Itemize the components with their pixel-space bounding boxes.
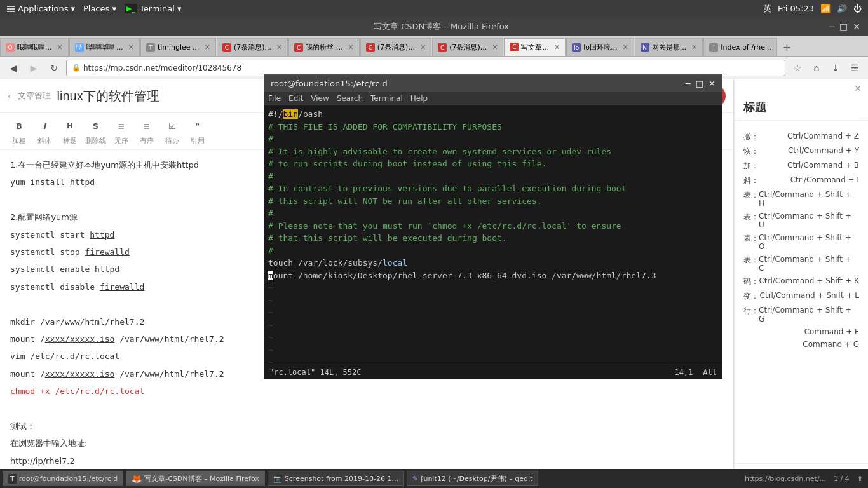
terminal-minimize[interactable]: ─	[686, 79, 691, 88]
terminal-position: 14,1 All	[674, 368, 717, 377]
tab-4[interactable]: C 我的粉丝-... ✕	[288, 38, 360, 56]
shortcut-align-action: 变：	[743, 291, 759, 302]
shortcut-code-key: Ctrl/Command + Shift + C	[759, 255, 859, 273]
taskbar-terminal[interactable]: T root@foundation15:/etc/rc.d	[3, 471, 123, 486]
address-bar[interactable]: 🔒 https://mp.csdn.net/mdeditor/102845678	[66, 60, 785, 76]
terminal-tilde-5: ~	[268, 331, 718, 344]
tab-favicon-0: O	[6, 43, 15, 52]
terminal-tilde-1: ~	[268, 281, 718, 294]
apps-menu[interactable]: Applications ▾	[6, 4, 75, 13]
terminal-menu-file[interactable]: File	[268, 94, 281, 103]
minimize-button[interactable]: ─	[829, 22, 834, 32]
shortcut-undo: 撤： Ctrl/Command + Z	[743, 132, 859, 142]
taskbar-firefox[interactable]: 🦊 写文章-CSDN博客 – Mozilla Firefox	[126, 471, 265, 486]
tab-2[interactable]: T timinglee ... ✕	[140, 38, 216, 56]
tab-8[interactable]: lo lo回环境... ✕	[566, 38, 634, 56]
volume-icon[interactable]: 🔊	[837, 4, 847, 13]
new-tab-button[interactable]: +	[778, 38, 796, 56]
toolbar-strikethrough[interactable]: S 删除线	[84, 116, 107, 147]
shortcut-align-key: Ctrl/Command + Shift + L	[760, 291, 859, 302]
wifi-icon[interactable]: 📶	[820, 4, 831, 13]
ssl-lock-icon: 🔒	[72, 64, 81, 72]
tab-1[interactable]: 哔 哔哩哔哩 ... ✕	[69, 38, 140, 56]
lang-indicator[interactable]: 英	[763, 3, 771, 15]
content-line-17: http://ip/rhel7.2	[10, 454, 723, 468]
bookmarks-button[interactable]: ☆	[789, 60, 806, 76]
taskbar-gedit[interactable]: ✎ [unit12 (~/Desktop/尹伟) – gedit	[407, 471, 539, 486]
shortcut-todo: 行： Ctrl/Command + Shift + G	[743, 306, 859, 323]
tab-close-0[interactable]: ✕	[57, 43, 63, 51]
tab-5[interactable]: C (7条消息)... ✕	[360, 38, 431, 56]
shortcut-todo-action: 行：	[743, 306, 759, 323]
taskbar-firefox-icon: 🦊	[132, 474, 142, 484]
terminal-controls: ─ □ ✕	[686, 79, 715, 88]
shortcut-link-key: Ctrl/Command + Shift + K	[759, 276, 859, 287]
shortcut-ul-key: Ctrl/Command + Shift + U	[759, 212, 859, 229]
toolbar-ordered[interactable]: ≡ 有序	[135, 116, 158, 147]
terminal-titlebar: root@foundation15:/etc/rc.d ─ □ ✕	[264, 75, 722, 92]
tab-close-4[interactable]: ✕	[348, 43, 354, 51]
tab-close-9[interactable]: ✕	[691, 43, 697, 51]
close-button[interactable]: ✕	[853, 22, 860, 32]
tab-close-1[interactable]: ✕	[128, 43, 134, 51]
terminal-line-5: #	[268, 170, 718, 183]
shortcut-link-action: 码：	[743, 276, 759, 287]
tab-close-8[interactable]: ✕	[622, 43, 628, 51]
reload-button[interactable]: ↻	[46, 60, 62, 76]
power-icon[interactable]: ⏻	[853, 4, 862, 13]
terminal-menu-search[interactable]: Search	[337, 94, 363, 103]
terminal-statusbar: "rc.local" 14L, 552C 14,1 All	[264, 365, 722, 379]
toolbar-quote[interactable]: " 引用	[186, 116, 209, 147]
taskbar-scroll-icon[interactable]: ⬆	[857, 475, 865, 483]
toolbar-unordered[interactable]: ≡ 无序	[110, 116, 133, 147]
terminal-menu-edit[interactable]: Edit	[288, 94, 303, 103]
shortcut-h1-key: Ctrl/Command + Shift + H	[759, 190, 859, 208]
terminal-menu-help[interactable]: Help	[410, 94, 428, 103]
back-button[interactable]: ◀	[5, 60, 22, 76]
tab-close-2[interactable]: ✕	[205, 43, 210, 51]
forward-button[interactable]: ▶	[25, 60, 42, 76]
tab-favicon-9: N	[641, 43, 649, 52]
editor-back-button[interactable]: ‹	[8, 91, 11, 101]
terminal-tilde-6: ~	[268, 344, 718, 356]
tab-0[interactable]: O 哦哩哦哩... ✕	[0, 38, 69, 56]
system-bar: Applications ▾ Places ▾ ▶_ Terminal ▾ 英 …	[0, 0, 868, 17]
shortcut-ol: 表： Ctrl/Command + Shift + O	[743, 233, 859, 251]
tab-3[interactable]: C (7条消息)... ✕	[217, 38, 288, 56]
places-menu[interactable]: Places ▾	[83, 4, 116, 13]
terminal-menu-terminal[interactable]: Terminal	[370, 94, 403, 103]
tab-close-7[interactable]: ✕	[554, 43, 560, 51]
shortcut-findnext-key: Command + G	[803, 340, 859, 349]
sidebar-close-button[interactable]: ✕	[735, 79, 868, 97]
download-button[interactable]: ↓	[827, 60, 844, 76]
toolbar-heading[interactable]: H 标题	[58, 116, 81, 147]
tab-close-3[interactable]: ✕	[276, 43, 282, 51]
home-button[interactable]: ⌂	[808, 60, 825, 76]
terminal-close[interactable]: ✕	[709, 79, 715, 88]
shortcut-undo-action: 撤：	[743, 132, 759, 142]
terminal-maximize[interactable]: □	[696, 79, 703, 88]
toolbar-italic[interactable]: I 斜体	[33, 116, 56, 147]
toolbar-bold[interactable]: B 加粗	[8, 116, 31, 147]
tab-10[interactable]: I Index of /rhel...	[703, 38, 777, 56]
tab-close-5[interactable]: ✕	[420, 43, 426, 51]
terminal-body: #!/bin/bash # THIS FILE IS ADDED FOR COM…	[264, 105, 722, 365]
svg-rect-2	[7, 11, 15, 12]
toolbar-todo[interactable]: ☑ 待办	[161, 116, 184, 147]
svg-rect-1	[7, 8, 15, 10]
article-mgmt-link[interactable]: 文章管理	[18, 90, 51, 102]
taskbar-screenshot[interactable]: 📷 Screenshot from 2019-10-26 1...	[268, 471, 404, 486]
tab-favicon-4: C	[294, 43, 303, 52]
taskbar-url: https://blog.csdn.net/...	[745, 475, 831, 483]
apps-icon	[6, 4, 15, 13]
tab-7[interactable]: C 写文章... ✕	[504, 38, 566, 56]
tab-9[interactable]: N 网关是那... ✕	[635, 38, 703, 56]
maximize-button[interactable]: □	[839, 22, 848, 32]
browser-titlebar: 写文章-CSDN博客 – Mozilla Firefox ─ □ ✕	[0, 17, 868, 36]
menu-button[interactable]: ☰	[846, 60, 863, 76]
tab-close-6[interactable]: ✕	[492, 43, 498, 51]
terminal-menu-view[interactable]: View	[311, 94, 329, 103]
terminal-menu-item[interactable]: ▶_ Terminal ▾	[125, 4, 181, 13]
address-text[interactable]: https://mp.csdn.net/mdeditor/102845678	[83, 64, 241, 72]
tab-6[interactable]: C (7条消息)... ✕	[432, 38, 503, 56]
